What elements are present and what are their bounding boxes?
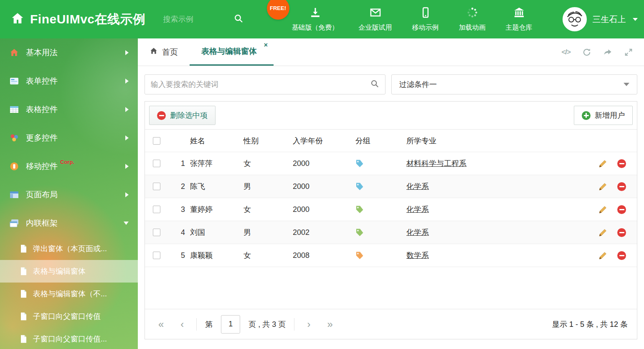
user-menu[interactable]: 三生石上 xyxy=(563,7,638,31)
tag-icon xyxy=(355,228,364,237)
layout-icon xyxy=(9,190,19,200)
row-checkbox[interactable] xyxy=(153,160,160,167)
cell-year: 2002 xyxy=(289,228,352,237)
sidebar-subitem-popup-window[interactable]: 弹出窗体（本页面或... xyxy=(0,237,138,260)
plus-circle-icon xyxy=(582,111,591,120)
tab-grid-edit-window[interactable]: 表格与编辑窗体 × xyxy=(190,38,274,66)
chevron-right-icon xyxy=(125,135,129,140)
sidebar-item-inline-frame[interactable]: 内联框架 xyxy=(0,209,138,237)
prev-page-button[interactable]: ‹ xyxy=(176,319,188,329)
avatar[interactable] xyxy=(563,7,587,31)
main-content: 首页 表格与编辑窗体 × </> 过滤条件一 xyxy=(138,38,644,349)
cell-gender: 女 xyxy=(240,158,289,168)
home-icon xyxy=(9,48,19,58)
table-row: 4 刘国 男 2002 化学系 xyxy=(145,221,637,244)
tag-icon xyxy=(355,159,364,168)
share-button[interactable] xyxy=(603,48,612,57)
cell-name: 张萍萍 xyxy=(187,158,240,168)
delete-row-button[interactable] xyxy=(617,159,626,168)
sidebar-item-table-controls[interactable]: 表格控件 xyxy=(0,95,138,124)
home-icon xyxy=(150,47,158,57)
sidebar-subitem-grid-edit-window[interactable]: 表格与编辑窗体 xyxy=(0,260,138,283)
header-search-input[interactable] xyxy=(163,15,226,24)
major-link[interactable]: 化学系 xyxy=(406,182,429,191)
expand-button[interactable] xyxy=(624,48,633,57)
edit-button[interactable] xyxy=(598,159,607,168)
filter-bar: 过滤条件一 xyxy=(138,66,644,101)
column-header-gender: 性别 xyxy=(240,136,289,146)
delete-row-button[interactable] xyxy=(617,251,626,260)
delete-row-button[interactable] xyxy=(617,228,626,237)
chevron-down-icon xyxy=(624,83,629,86)
cell-year: 2000 xyxy=(289,159,352,168)
home-icon xyxy=(11,12,24,27)
delete-row-button[interactable] xyxy=(617,182,626,191)
table-icon xyxy=(9,104,19,115)
major-link[interactable]: 化学系 xyxy=(406,228,429,237)
edit-button[interactable] xyxy=(598,182,607,191)
sidebar-item-page-layout[interactable]: 页面布局 xyxy=(0,181,138,209)
refresh-button[interactable] xyxy=(582,48,591,57)
tag-icon xyxy=(355,182,364,191)
minus-circle-icon xyxy=(157,111,166,120)
search-icon[interactable] xyxy=(233,13,243,25)
bank-icon xyxy=(513,7,525,20)
cell-gender: 男 xyxy=(240,227,289,237)
close-icon[interactable]: × xyxy=(264,42,268,48)
nav-item-theme-repo[interactable]: 主题仓库 xyxy=(496,7,543,32)
free-badge: FREE! xyxy=(267,0,289,20)
brand[interactable]: FineUIMvc在线示例 xyxy=(0,11,146,28)
username[interactable]: 三生石上 xyxy=(593,14,626,25)
edit-button[interactable] xyxy=(598,205,607,214)
column-header-name: 姓名 xyxy=(187,136,240,146)
nav-item-mobile-demo[interactable]: 移动示例 xyxy=(402,7,449,32)
page-suffix-label: 页 , 共 3 页 xyxy=(248,319,286,329)
cell-name: 董婷婷 xyxy=(187,204,240,214)
row-checkbox[interactable] xyxy=(153,206,160,213)
download-icon xyxy=(309,7,321,20)
form-icon xyxy=(9,76,19,86)
cell-year: 2008 xyxy=(289,251,352,260)
tab-home[interactable]: 首页 xyxy=(138,38,190,66)
nav-item-enterprise-trial[interactable]: 企业版试用 xyxy=(349,7,402,32)
select-all-checkbox[interactable] xyxy=(153,137,160,145)
add-user-button[interactable]: 新增用户 xyxy=(574,106,633,125)
major-link[interactable]: 材料科学与工程系 xyxy=(406,159,467,168)
edit-button[interactable] xyxy=(598,228,607,237)
sidebar-item-form-controls[interactable]: 表单控件 xyxy=(0,67,138,95)
mobile-icon xyxy=(420,7,431,20)
nav-item-basic-free[interactable]: FREE! 基础版（免费） xyxy=(282,7,349,32)
row-checkbox[interactable] xyxy=(153,229,160,236)
sidebar-subitem-child-to-parent[interactable]: 子窗口向父窗口传值 xyxy=(0,305,138,328)
sidebar-subitem-grid-edit-window-alt[interactable]: 表格与编辑窗体（不... xyxy=(0,283,138,305)
row-checkbox[interactable] xyxy=(153,252,160,259)
row-checkbox[interactable] xyxy=(153,183,160,190)
edit-button[interactable] xyxy=(598,251,607,260)
sidebar-item-basic-usage[interactable]: 基本用法 xyxy=(0,38,138,67)
last-page-button[interactable]: » xyxy=(323,319,337,329)
sidebar-item-more-controls[interactable]: 更多控件 xyxy=(0,124,138,152)
delete-selected-button[interactable]: 删除选中项 xyxy=(149,106,216,125)
sidebar-item-mobile-controls[interactable]: 移动控件 Corp. xyxy=(0,152,138,181)
divider xyxy=(196,318,197,331)
first-page-button[interactable]: « xyxy=(154,319,168,329)
view-source-button[interactable]: </> xyxy=(561,48,570,56)
nav-item-loading-animation[interactable]: 加载动画 xyxy=(449,7,496,32)
row-number: 5 xyxy=(168,251,187,260)
keyword-search-input[interactable] xyxy=(151,80,370,89)
search-icon[interactable] xyxy=(370,79,379,90)
filter-dropdown[interactable]: 过滤条件一 xyxy=(391,74,637,94)
major-link[interactable]: 数学系 xyxy=(406,251,429,260)
next-page-button[interactable]: › xyxy=(303,319,314,329)
sidebar-subitem-child-to-parent-alt[interactable]: 子窗口向父窗口传值... xyxy=(0,328,138,349)
cell-gender: 女 xyxy=(240,204,289,214)
spinner-icon xyxy=(467,7,478,20)
file-icon xyxy=(20,290,27,298)
frame-icon xyxy=(9,218,19,228)
keyword-search-box xyxy=(145,74,385,94)
delete-row-button[interactable] xyxy=(617,205,626,214)
column-header-group: 分组 xyxy=(352,136,403,146)
major-link[interactable]: 化学系 xyxy=(406,205,429,214)
page-input[interactable] xyxy=(221,315,240,334)
chevron-right-icon xyxy=(125,79,129,84)
